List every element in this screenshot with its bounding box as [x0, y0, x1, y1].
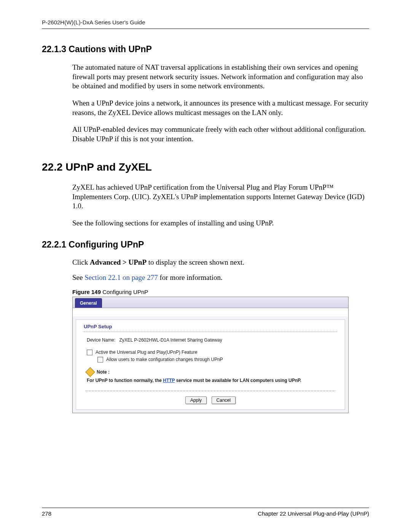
para: See the following sections for examples … — [72, 219, 369, 228]
cancel-button[interactable]: Cancel — [212, 396, 236, 404]
panel-title: UPnP Setup — [76, 320, 345, 331]
checkbox-row-allow-config: Allow users to make configuration change… — [97, 357, 334, 363]
figure-number: Figure 149 — [72, 289, 101, 295]
para: When a UPnP device joins a network, it a… — [72, 99, 369, 117]
cross-reference-link[interactable]: Section 22.1 on page 277 — [84, 273, 158, 281]
device-name-row: Device Name: ZyXEL P-2602HWL-D1A Interne… — [87, 337, 334, 343]
upnp-config-screenshot: General UPnP Setup Device Name: ZyXEL P-… — [72, 297, 349, 413]
chapter-label: Chapter 22 Universal Plug-and-Play (UPnP… — [258, 510, 369, 517]
button-row: Apply Cancel — [76, 395, 345, 409]
figure-caption: Figure 149 Configuring UPnP — [72, 289, 369, 295]
note-label: Note : — [97, 369, 110, 375]
click-instruction: Click Advanced > UPnP to display the scr… — [72, 258, 369, 267]
text: Click — [72, 258, 90, 266]
divider — [84, 332, 337, 332]
para: The automated nature of NAT traversal ap… — [72, 63, 369, 91]
running-header: P-2602H(W)(L)-DxA Series User's Guide — [42, 19, 369, 29]
page-footer: 278 Chapter 22 Universal Plug-and-Play (… — [42, 508, 369, 517]
text: to display the screen shown next. — [147, 258, 244, 266]
header-rule — [42, 29, 369, 29]
footer-row: 278 Chapter 22 Universal Plug-and-Play (… — [42, 510, 369, 517]
http-service-link[interactable]: HTTP — [163, 378, 175, 383]
section-22-2-body: ZyXEL has achieved UPnP certification fr… — [72, 183, 369, 228]
footer-rule — [42, 508, 369, 508]
apply-button[interactable]: Apply — [185, 396, 207, 404]
text: For UPnP to function normally, the — [87, 378, 163, 383]
checkbox-allow-config[interactable] — [97, 357, 103, 363]
text: See — [72, 273, 84, 281]
para: All UPnP-enabled devices may communicate… — [72, 125, 369, 144]
page: P-2602H(W)(L)-DxA Series User's Guide 22… — [0, 0, 411, 532]
upnp-setup-panel: UPnP Setup Device Name: ZyXEL P-2602HWL-… — [76, 320, 345, 410]
note-heading: Note : — [87, 369, 334, 375]
device-name-label: Device Name: — [87, 337, 115, 343]
spacer — [73, 308, 348, 316]
para: ZyXEL has achieved UPnP certification fr… — [72, 183, 369, 211]
text: for more information. — [158, 273, 223, 281]
figure-title: Configuring UPnP — [101, 289, 148, 295]
heading-22-2-1: 22.2.1 Configuring UPnP — [42, 240, 369, 250]
note-block: Note : For UPnP to function normally, th… — [87, 369, 334, 384]
text: service must be available for LAN comput… — [175, 378, 301, 383]
note-icon — [85, 367, 95, 377]
see-reference: See Section 22.1 on page 277 for more in… — [72, 273, 369, 282]
menu-path: Advanced > UPnP — [90, 258, 147, 266]
tab-general[interactable]: General — [75, 298, 102, 308]
checkbox-label: Allow users to make configuration change… — [106, 357, 223, 362]
checkbox-label: Active the Universal Plug and Play(UPnP)… — [96, 350, 197, 355]
heading-22-1-3: 22.1.3 Cautions with UPnP — [42, 44, 369, 54]
panel-body: Device Name: ZyXEL P-2602HWL-D1A Interne… — [76, 337, 345, 385]
heading-22-2: 22.2 UPnP and ZyXEL — [42, 161, 369, 173]
checkbox-active-upnp[interactable] — [87, 350, 92, 355]
section-22-1-3-body: The automated nature of NAT traversal ap… — [72, 63, 369, 144]
tab-strip: General — [73, 297, 348, 308]
divider — [85, 391, 336, 391]
checkbox-row-active-upnp: Active the Universal Plug and Play(UPnP)… — [87, 350, 334, 355]
page-number: 278 — [42, 510, 51, 517]
screenshot-container: General UPnP Setup Device Name: ZyXEL P-… — [72, 297, 369, 413]
device-name-value: ZyXEL P-2602HWL-D1A Internet Sharing Gat… — [119, 337, 222, 343]
note-text: For UPnP to function normally, the HTTP … — [87, 377, 334, 384]
section-22-2-1-body: Click Advanced > UPnP to display the scr… — [72, 258, 369, 282]
